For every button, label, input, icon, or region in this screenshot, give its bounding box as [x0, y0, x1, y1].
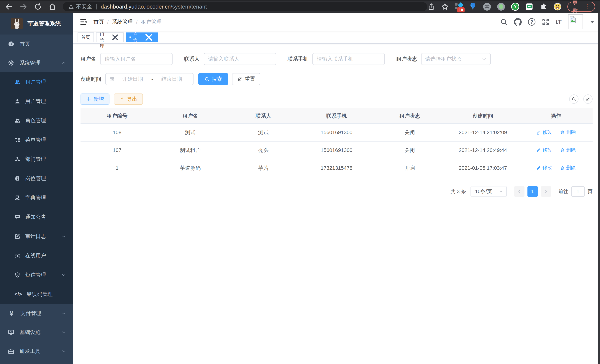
col-actions: 操作 [519, 108, 593, 123]
browser-home-icon[interactable] [48, 3, 56, 11]
contact-input[interactable] [204, 53, 276, 65]
close-icon[interactable] [110, 33, 120, 42]
phone-label: 联系手机 [288, 56, 308, 63]
table-row: 107 测试租户 秃头 15601691300 关闭 2021-12-14 20… [81, 141, 593, 159]
url-path: /system/tenant [171, 3, 207, 10]
help-icon[interactable]: ? [528, 18, 535, 26]
add-button[interactable]: 新增 [81, 93, 110, 105]
cell-actions: 修改 删除 [519, 159, 593, 177]
prev-page-button[interactable] [514, 186, 525, 197]
bookmark-star-icon[interactable] [441, 3, 449, 11]
sidebar-item-tenant[interactable]: 租户管理 [0, 72, 73, 92]
edit-button[interactable]: 修改 [536, 129, 552, 135]
browser-reload-icon[interactable] [34, 3, 42, 11]
edit-button[interactable]: 修改 [536, 147, 552, 153]
page-size-select[interactable]: 10条/页 [470, 186, 507, 197]
col-tenant-name: 租户名 [154, 108, 227, 123]
sidebar-item-error-code[interactable]: </> 错误码管理 [0, 285, 73, 304]
address-bar[interactable]: 不安全 dashboard.yudao.iocoder.cn/system/te… [63, 2, 427, 11]
window-scrollbar[interactable] [598, 13, 600, 364]
delete-button[interactable]: 删除 [560, 147, 576, 153]
phone-input[interactable] [312, 53, 385, 65]
github-icon[interactable] [514, 18, 522, 26]
extension-balloon-icon[interactable] [469, 2, 477, 11]
cell-contact: 秃头 [227, 141, 300, 159]
browser-forward-icon[interactable] [19, 3, 28, 11]
breadcrumb-separator: / [107, 19, 109, 25]
sidebar-item-menu[interactable]: 菜单管理 [0, 130, 73, 149]
avatar-dropdown-icon[interactable] [590, 21, 594, 23]
sidebar-item-post[interactable]: 岗位管理 [0, 169, 73, 188]
sidebar-item-label: 租户管理 [25, 78, 46, 85]
breadcrumb-separator: / [136, 19, 138, 25]
tab-dept[interactable]: 部门管理 [96, 32, 123, 42]
extension-record-icon[interactable] [497, 2, 505, 11]
sidebar-item-payment[interactable]: ¥ 支付管理 [0, 304, 73, 323]
share-icon[interactable] [427, 3, 435, 11]
sidebar-item-dept[interactable]: 部门管理 [0, 149, 73, 169]
refresh-table-button[interactable] [583, 94, 593, 104]
breadcrumb-home[interactable]: 首页 [94, 18, 104, 25]
breadcrumb-system[interactable]: 系统管理 [112, 18, 133, 25]
page-number-button[interactable]: 1 [527, 186, 538, 197]
font-size-icon[interactable]: tT [556, 19, 562, 25]
create-time-range-picker[interactable]: 开始日期 - 结束日期 [105, 73, 194, 85]
goto-page-input[interactable] [571, 186, 585, 197]
search-icon[interactable] [500, 18, 508, 26]
status-placeholder: 请选择租户状态 [425, 56, 462, 63]
sidebar-item-home[interactable]: 首页 [0, 35, 73, 53]
tenant-name-input[interactable] [100, 53, 173, 65]
profile-avatar-icon[interactable] [553, 2, 562, 11]
sidebar-item-dev-tools[interactable]: 研发工具 [0, 342, 73, 361]
security-chip[interactable]: 不安全 [68, 3, 92, 10]
sidebar-item-label: 系统管理 [20, 59, 40, 66]
extension-y-icon[interactable]: Y [511, 2, 519, 11]
tab-home[interactable]: 首页 [77, 32, 94, 42]
date-separator: - [151, 76, 154, 82]
sidebar-item-notice[interactable]: 通知公告 [0, 207, 73, 227]
avatar[interactable] [568, 14, 583, 29]
sidebar-logo[interactable]: 芋道管理系统 [0, 13, 73, 35]
status-select[interactable]: 请选择租户状态 [421, 53, 491, 65]
col-contact: 联系人 [227, 108, 300, 123]
delete-button[interactable]: 删除 [560, 129, 576, 135]
show-search-button[interactable] [569, 94, 579, 104]
search-button[interactable]: 搜索 [198, 73, 228, 85]
extension-command-icon[interactable] [483, 2, 491, 11]
sidebar-item-infrastructure[interactable]: 基础设施 [0, 323, 73, 342]
sidebar-item-user[interactable]: 用户管理 [0, 92, 73, 111]
cell-tenant-name: 芋道源码 [154, 159, 227, 177]
export-button[interactable]: 导出 [114, 93, 143, 105]
extension-chat-icon[interactable] [525, 2, 534, 11]
breadcrumb: 首页 / 系统管理 / 租户管理 [94, 18, 162, 25]
browser-update-button[interactable]: 更新 ⋮ [567, 2, 595, 12]
chevron-down-icon [498, 189, 503, 194]
sidebar-collapse-icon[interactable] [79, 18, 87, 26]
extensions-puzzle-icon[interactable] [539, 2, 548, 11]
browser-back-icon[interactable] [5, 3, 13, 11]
sidebar-item-sms[interactable]: 短信管理 [0, 265, 73, 285]
sidebar-item-audit-log[interactable]: 审计日志 [0, 227, 73, 246]
edit-button[interactable]: 修改 [536, 165, 552, 171]
tree-list-icon [14, 137, 20, 143]
next-page-button[interactable] [541, 186, 551, 197]
reset-button-label: 重置 [245, 75, 255, 83]
tab-tenant[interactable]: 租户管理 [126, 32, 158, 42]
pencil-icon [536, 130, 541, 135]
sidebar-item-system[interactable]: 系统管理 [0, 53, 73, 72]
table-row: 1 芋道源码 芋艿 17321315478 开启 2021-01-05 17:0… [81, 159, 593, 177]
fullscreen-icon[interactable] [542, 18, 550, 26]
delete-button[interactable]: 删除 [560, 165, 576, 171]
extension-group-icon[interactable]: 10 [455, 2, 463, 11]
browser-menu-icon[interactable]: ⋮ [584, 4, 590, 10]
sidebar-item-label: 岗位管理 [25, 175, 46, 182]
contact-label: 联系人 [184, 56, 200, 63]
sidebar-item-role[interactable]: 角色管理 [0, 111, 73, 130]
delete-label: 删除 [566, 165, 576, 171]
cell-tenant-id: 108 [81, 123, 154, 141]
reset-button[interactable]: 重置 [232, 73, 260, 85]
close-icon[interactable] [143, 32, 154, 43]
sidebar-item-dict[interactable]: 字典管理 [0, 188, 73, 207]
chevron-down-icon [61, 311, 66, 316]
sidebar-item-online-users[interactable]: 在线用户 [0, 246, 73, 265]
